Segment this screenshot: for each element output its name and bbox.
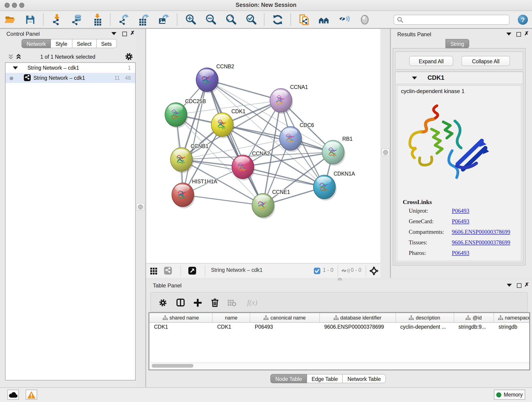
table-cell[interactable]: P06493 xyxy=(250,323,320,332)
column-type-icon xyxy=(466,315,471,320)
table-row[interactable]: CDK1CDK1P064939606.ENSP00000378699cyclin… xyxy=(149,323,529,332)
network-node[interactable] xyxy=(165,103,188,128)
import-network-database-button[interactable] xyxy=(69,13,85,26)
table-panel-close-button[interactable]: ✗ xyxy=(525,281,529,288)
network-node[interactable] xyxy=(211,113,234,138)
network-canvas[interactable]: CCNB2CCNA1CDC25BCDK1CDC6RB1CCNB1CCNA2CDK… xyxy=(146,29,380,263)
add-column-icon[interactable] xyxy=(193,298,203,307)
crosslink-link[interactable]: 9606.ENSP00000378699 xyxy=(452,239,510,246)
clipboard-network-button[interactable] xyxy=(297,13,312,26)
node-section-header[interactable]: CDK1 xyxy=(395,72,523,84)
crosslink-link[interactable]: 9606.ENSP00000378699 xyxy=(452,229,510,236)
table-cell[interactable]: stringdb xyxy=(494,323,530,332)
table-gear-icon[interactable] xyxy=(158,298,168,307)
export-image-button[interactable] xyxy=(156,13,172,26)
collapse-all-button[interactable]: Collapse All xyxy=(462,56,510,66)
selected-checkbox-icon[interactable] xyxy=(314,268,320,274)
column-header-namespace[interactable]: namespace xyxy=(494,313,530,322)
table-cell[interactable]: stringdb:9... xyxy=(454,323,494,332)
tab-network-table[interactable]: Network Table xyxy=(343,374,386,383)
tab-select[interactable]: Select xyxy=(72,39,97,48)
export-table-button[interactable] xyxy=(136,13,152,26)
control-panel-close-button[interactable]: ✗ xyxy=(130,30,135,36)
zoom-fit-button[interactable] xyxy=(223,13,239,26)
fit-selected-crosshair-icon[interactable] xyxy=(369,266,378,275)
network-edge[interactable] xyxy=(207,80,263,205)
hide-details-button[interactable] xyxy=(337,13,352,26)
network-options-gear-icon[interactable] xyxy=(125,53,133,61)
warnings-button[interactable] xyxy=(26,390,37,400)
network-edge[interactable] xyxy=(183,80,207,195)
table-panel-float-button[interactable] xyxy=(507,283,512,287)
network-node[interactable] xyxy=(279,127,302,152)
open-in-window-icon[interactable] xyxy=(188,267,196,274)
left-splitter-handle[interactable] xyxy=(137,203,144,211)
collection-disclosure-icon[interactable] xyxy=(13,66,18,70)
edge-count: 48 xyxy=(125,73,131,83)
import-network-file-button[interactable] xyxy=(49,13,65,26)
table-panel-maximize-button[interactable] xyxy=(517,283,521,288)
table-cell[interactable]: cyclin-dependent ... xyxy=(396,323,454,332)
import-table-file-icon xyxy=(91,13,103,26)
network-node[interactable] xyxy=(196,68,219,93)
export-network-button[interactable] xyxy=(116,13,132,26)
table-cell[interactable]: 9606.ENSP00000378699 xyxy=(320,323,396,332)
network-node[interactable] xyxy=(252,193,275,219)
search-box[interactable] xyxy=(394,14,510,25)
table-h-scrollbar-thumb[interactable] xyxy=(152,364,193,368)
results-panel-close-button[interactable]: ✗ xyxy=(524,30,529,37)
save-session-button[interactable] xyxy=(22,13,38,26)
tab-sets[interactable]: Sets xyxy=(96,39,117,48)
network-collection-row[interactable]: String Network – cdk1 1 xyxy=(6,63,135,73)
network-node[interactable] xyxy=(322,140,345,166)
column-header-canonical-name[interactable]: canonical name xyxy=(250,313,320,322)
control-panel-maximize-button[interactable] xyxy=(122,32,127,36)
homes-button[interactable] xyxy=(317,13,332,26)
results-panel-maximize-button[interactable] xyxy=(516,32,521,37)
table-cell[interactable]: CDK1 xyxy=(213,323,250,332)
network-edge[interactable] xyxy=(222,125,333,152)
zoom-selected-button[interactable] xyxy=(243,13,259,26)
window-title: Session: New Session xyxy=(0,2,532,8)
birds-eye-view-icon[interactable] xyxy=(150,267,157,274)
column-header-name[interactable]: name xyxy=(213,313,250,322)
tab-style[interactable]: Style xyxy=(51,39,72,48)
column-header-@id[interactable]: @id xyxy=(454,313,494,322)
network-node[interactable] xyxy=(313,175,336,201)
application-window: Session: New Session ? Control Panel ✗ N… xyxy=(0,0,532,402)
network-view[interactable]: CCNB2CCNA1CDC25BCDK1CDC6RB1CCNB1CCNA2CDK… xyxy=(146,29,380,263)
crosslink-link[interactable]: P06493 xyxy=(452,218,469,225)
column-header-shared-name[interactable]: shared name xyxy=(149,313,213,322)
network-node[interactable] xyxy=(270,89,293,114)
crosslink-link[interactable]: P06493 xyxy=(452,250,469,257)
tab-edge-table[interactable]: Edge Table xyxy=(307,374,343,383)
table-cell[interactable]: CDK1 xyxy=(149,323,213,332)
tab-string[interactable]: String xyxy=(445,39,469,48)
column-header-description[interactable]: description xyxy=(396,313,454,322)
open-session-button[interactable] xyxy=(2,13,18,26)
right-splitter-handle[interactable] xyxy=(382,148,389,156)
table-h-scrollbar[interactable] xyxy=(150,363,529,369)
tab-node-table[interactable]: Node Table xyxy=(270,374,307,383)
table-type-tabs: Node TableEdge TableNetwork Table xyxy=(270,374,386,383)
zoom-out-button[interactable] xyxy=(203,13,219,26)
column-header-database-identifier[interactable]: database identifier xyxy=(320,313,396,322)
string-network-badge-icon[interactable] xyxy=(164,267,172,274)
tab-network[interactable]: Network xyxy=(22,39,51,48)
help-button[interactable]: ? xyxy=(518,14,528,25)
control-panel-float-button[interactable] xyxy=(111,32,116,35)
columns-icon[interactable] xyxy=(175,298,185,307)
delete-column-icon[interactable] xyxy=(210,298,220,307)
import-table-file-button[interactable] xyxy=(89,13,105,26)
memory-button[interactable]: Memory xyxy=(494,390,525,400)
crosslink-link[interactable]: P06493 xyxy=(452,208,469,215)
search-input[interactable] xyxy=(405,16,506,23)
expand-all-button[interactable]: Expand All xyxy=(409,56,453,66)
network-node[interactable] xyxy=(172,183,195,208)
section-disclosure-icon[interactable] xyxy=(412,76,417,80)
cloud-button[interactable] xyxy=(7,390,19,400)
zoom-in-button[interactable] xyxy=(183,13,198,26)
network-row-selected[interactable]: String Network – cdk1 11 48 xyxy=(6,73,135,83)
results-panel-float-button[interactable] xyxy=(506,32,511,36)
refresh-view-button[interactable] xyxy=(270,13,285,26)
